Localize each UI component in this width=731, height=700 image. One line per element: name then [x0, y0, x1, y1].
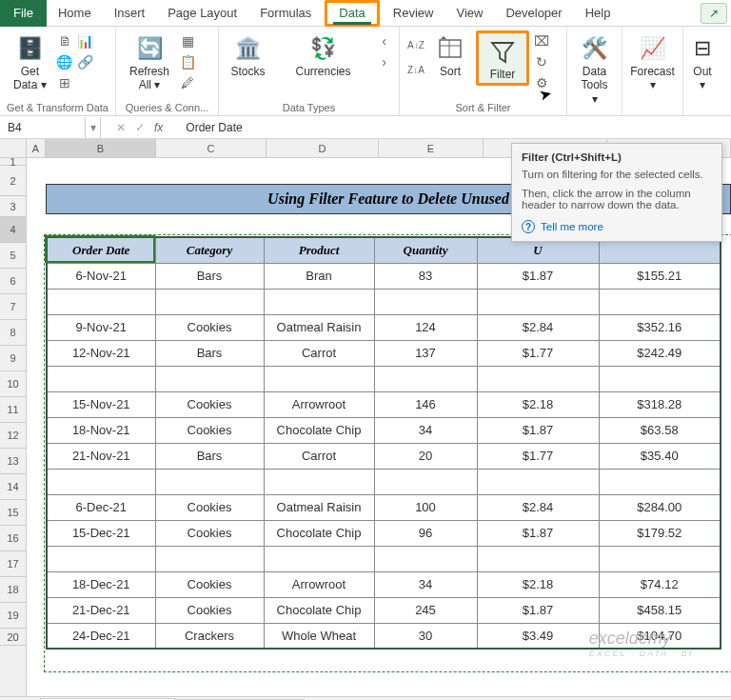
queries-options[interactable]: ▦ 📋 🖉: [179, 30, 196, 91]
stocks-button[interactable]: 🏛️ Stocks: [225, 30, 270, 80]
row-header-1[interactable]: 1: [0, 158, 26, 166]
cell[interactable]: $284.00: [599, 494, 721, 520]
cell[interactable]: $74.12: [599, 571, 721, 597]
header-quantity[interactable]: Quantity: [374, 237, 477, 263]
cell[interactable]: $179.52: [599, 520, 721, 546]
row-header-7[interactable]: 7: [0, 294, 26, 320]
empty-cell[interactable]: [374, 546, 477, 571]
empty-cell[interactable]: [155, 546, 264, 571]
get-data-button[interactable]: 🗄️ Get Data ▾: [8, 30, 52, 94]
cell[interactable]: Oatmeal Raisin: [264, 494, 374, 520]
row-header-3[interactable]: 3: [0, 196, 26, 217]
row-header-13[interactable]: 13: [0, 449, 26, 474]
empty-cell[interactable]: [599, 366, 721, 391]
outline-button[interactable]: ⊟ Out ▾: [681, 30, 724, 94]
cell[interactable]: 30: [374, 623, 477, 649]
queries-icon[interactable]: ▦: [179, 32, 196, 50]
cell[interactable]: $2.84: [477, 494, 599, 520]
cell[interactable]: 6-Nov-21: [47, 263, 155, 289]
from-web-icon[interactable]: 🌐: [56, 53, 73, 70]
cell[interactable]: 34: [374, 417, 477, 443]
empty-cell[interactable]: [264, 289, 374, 314]
cell[interactable]: Cookies: [155, 417, 264, 443]
empty-cell[interactable]: [47, 366, 155, 391]
cell[interactable]: 21-Nov-21: [47, 443, 155, 469]
insert-tab[interactable]: Insert: [103, 0, 157, 27]
cell[interactable]: $3.49: [477, 623, 599, 649]
empty-cell[interactable]: [264, 469, 374, 494]
header-order-date[interactable]: Order Date: [47, 237, 155, 263]
cell[interactable]: 245: [374, 597, 477, 623]
cell[interactable]: $352.16: [599, 314, 721, 340]
cell[interactable]: 15-Nov-21: [47, 391, 155, 417]
header-category[interactable]: Category: [155, 237, 264, 263]
filter-button[interactable]: Filter: [476, 30, 529, 86]
cancel-formula-icon[interactable]: ✕: [116, 121, 126, 134]
name-box[interactable]: B4: [0, 117, 86, 138]
cell[interactable]: $458.15: [599, 597, 721, 623]
cell[interactable]: $1.77: [477, 443, 599, 469]
empty-cell[interactable]: [374, 469, 477, 494]
cell[interactable]: Bars: [155, 340, 264, 366]
empty-cell[interactable]: [155, 289, 264, 314]
cell[interactable]: $155.21: [599, 263, 721, 289]
name-box-dropdown[interactable]: ▾: [86, 117, 101, 138]
empty-cell[interactable]: [155, 366, 264, 391]
cell[interactable]: $242.49: [599, 340, 721, 366]
cell[interactable]: $2.18: [477, 391, 599, 417]
empty-cell[interactable]: [47, 289, 155, 314]
cell[interactable]: Carrot: [264, 340, 374, 366]
chevron-left-icon[interactable]: ‹: [376, 32, 393, 50]
data-tab[interactable]: Data: [325, 0, 379, 27]
row-header-17[interactable]: 17: [0, 551, 26, 577]
empty-cell[interactable]: [155, 469, 264, 494]
row-header-4[interactable]: 4: [0, 217, 26, 243]
cell[interactable]: Arrowroot: [264, 391, 374, 417]
row-header-12[interactable]: 12: [0, 423, 26, 449]
header-product[interactable]: Product: [264, 237, 374, 263]
cell[interactable]: 137: [374, 340, 477, 366]
sort-za-button[interactable]: Z↓A: [407, 61, 425, 78]
empty-cell[interactable]: [374, 366, 477, 391]
row-header-11[interactable]: 11: [0, 397, 26, 423]
row-header-2[interactable]: 2: [0, 166, 26, 196]
cell[interactable]: Cookies: [155, 597, 264, 623]
recent-sources-icon[interactable]: 📊: [77, 32, 94, 50]
enter-formula-icon[interactable]: ✓: [135, 121, 145, 134]
cell[interactable]: $318.28: [599, 391, 721, 417]
cell[interactable]: 124: [374, 314, 477, 340]
cell[interactable]: Bran: [264, 263, 374, 289]
formula-input[interactable]: Order Date: [178, 121, 731, 134]
refresh-all-button[interactable]: 🔄 Refresh All ▾: [124, 30, 175, 94]
cell[interactable]: $63.58: [599, 417, 721, 443]
empty-cell[interactable]: [477, 469, 599, 494]
cell[interactable]: Bars: [155, 263, 264, 289]
sort-az-button[interactable]: A↓Z: [407, 36, 425, 53]
from-table-icon[interactable]: ⊞: [56, 74, 73, 91]
col-header-a[interactable]: A: [27, 139, 46, 158]
empty-cell[interactable]: [264, 366, 374, 391]
cell[interactable]: 146: [374, 391, 477, 417]
row-header-15[interactable]: 15: [0, 500, 26, 526]
cell[interactable]: 24-Dec-21: [47, 623, 155, 649]
get-data-options-2[interactable]: 📊 🔗: [77, 30, 94, 70]
cell[interactable]: 100: [374, 494, 477, 520]
cell[interactable]: Crackers: [155, 623, 264, 649]
row-header-19[interactable]: 19: [0, 603, 26, 629]
empty-cell[interactable]: [374, 289, 477, 314]
cell[interactable]: $1.87: [477, 597, 599, 623]
empty-cell[interactable]: [599, 289, 721, 314]
share-button[interactable]: ↗: [701, 3, 727, 24]
cell[interactable]: Arrowroot: [264, 571, 374, 597]
empty-cell[interactable]: [477, 546, 599, 571]
cell[interactable]: Carrot: [264, 443, 374, 469]
cell[interactable]: 15-Dec-21: [47, 520, 155, 546]
row-header-8[interactable]: 8: [0, 320, 26, 346]
cell[interactable]: $2.84: [477, 314, 599, 340]
sort-button[interactable]: Sort: [428, 30, 472, 80]
cell[interactable]: Cookies: [155, 520, 264, 546]
view-tab[interactable]: View: [445, 0, 494, 27]
tell-me-more-link[interactable]: ? Tell me more: [522, 220, 712, 233]
cell[interactable]: Cookies: [155, 494, 264, 520]
row-header-9[interactable]: 9: [0, 346, 26, 371]
